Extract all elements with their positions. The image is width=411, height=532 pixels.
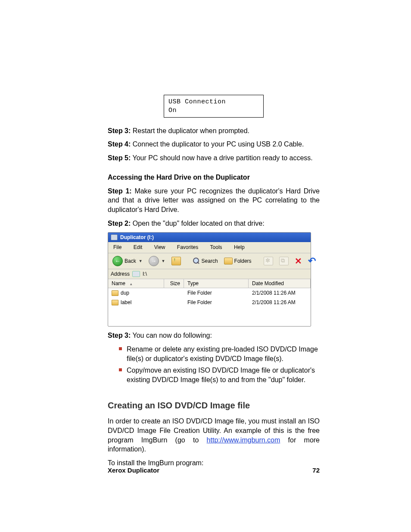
explorer-titlebar[interactable]: Duplicator (I:) [108,233,311,242]
drive-icon [132,271,140,277]
step-label: Step 1: [108,187,132,195]
address-label: Address [111,271,130,277]
explorer-menubar: File Edit View Favorites Tools Help [108,242,311,253]
menu-view[interactable]: View [149,243,171,252]
chevron-down-icon: ▼ [139,258,143,264]
explorer-addressbar: Address I:\ [108,269,311,279]
lcd-display: USB Connection On [164,95,264,118]
file-type: File Folder [184,289,249,297]
footer-title: Xerox Duplicator [108,467,159,474]
list-item: Rename or delete any existing pre-loaded… [127,345,320,363]
copy-to-icon [279,257,289,265]
step-3-restart: Step 3: Restart the duplicator when prom… [108,126,320,136]
access-step-1: Step 1: Make sure your PC recognizes the… [108,187,320,215]
forward-button[interactable]: → ▼ [147,255,167,267]
step-text: Your PC should now have a drive partitio… [133,154,313,162]
undo-icon: ↶ [308,257,316,265]
file-name: dup [121,289,129,296]
search-icon [193,258,200,264]
explorer-toolbar: ← Back ▼ → ▼ Search Folder [108,253,311,269]
table-row[interactable]: label File Folder 2/1/2008 11:26 AM [108,298,311,307]
back-label: Back [125,258,136,264]
window-title: Duplicator (I:) [120,234,154,241]
subheading-accessing-hd: Accessing the Hard Drive on the Duplicat… [108,173,320,182]
file-size [164,289,184,297]
folder-icon [112,300,118,305]
page-footer: Xerox Duplicator 72 [108,467,320,474]
search-label: Search [202,258,218,264]
move-to-button[interactable] [262,256,275,266]
step-text: Open the "dup" folder located on that dr… [133,220,265,227]
explorer-window: Duplicator (I:) File Edit View Favorites… [108,232,311,327]
up-folder-button[interactable] [170,256,183,266]
undo-button[interactable]: ↶ [306,256,318,266]
step-text: Make sure your PC recognizes the duplica… [108,187,320,213]
back-button[interactable]: ← Back ▼ [111,255,144,267]
up-folder-icon [171,257,181,265]
folders-button[interactable]: Folders [222,257,253,265]
file-name: label [121,299,131,306]
bullet-list: Rename or delete any existing pre-loaded… [108,345,320,384]
menu-help[interactable]: Help [229,243,250,252]
col-header-date[interactable]: Date Modified [249,279,311,288]
table-row[interactable]: dup File Folder 2/1/2008 11:26 AM [108,288,311,298]
step-label: Step 2: [108,220,131,227]
copy-to-button[interactable] [277,256,290,266]
explorer-column-headers: Name ▲ Size Type Date Modified [108,279,311,288]
sort-asc-icon: ▲ [129,282,133,286]
step-label: Step 3: [108,332,131,339]
col-name-label: Name [112,280,125,286]
file-date: 2/1/2008 11:26 AM [249,289,311,297]
imgburn-link[interactable]: http://www.imgburn.com [207,436,280,444]
step-label: Step 3: [108,127,131,134]
delete-button[interactable]: ✕ [293,256,304,266]
back-arrow-icon: ← [112,256,123,266]
file-type: File Folder [184,298,249,307]
folders-icon [224,258,233,264]
folders-label: Folders [234,258,252,264]
move-to-icon [264,257,273,265]
col-header-name[interactable]: Name ▲ [108,279,164,288]
step-label: Step 5: [108,154,131,162]
col-header-type[interactable]: Type [184,279,249,288]
step-text: Restart the duplicator when prompted. [133,127,249,134]
menu-favorites[interactable]: Favorites [172,243,203,252]
list-item: Copy/move an existing ISO DVD/CD Image f… [127,366,320,384]
menu-tools[interactable]: Tools [205,243,227,252]
delete-x-icon: ✕ [295,257,302,265]
file-size [164,298,184,307]
iso-intro-paragraph: In order to create an ISO DVD/CD Image f… [108,417,320,454]
access-step-3: Step 3: You can now do following: [108,331,320,340]
step-4-connect: Step 4: Connect the duplicator to your P… [108,140,320,149]
file-date: 2/1/2008 11:26 AM [249,298,311,307]
chevron-down-icon: ▼ [162,258,165,264]
address-value[interactable]: I:\ [143,271,147,277]
search-button[interactable]: Search [191,257,220,265]
lcd-line-1: USB Connection [168,98,259,106]
step-label: Step 4: [108,140,131,148]
heading-creating-iso: Creating an ISO DVD/CD Image file [108,400,320,411]
menu-edit[interactable]: Edit [128,243,148,252]
explorer-empty-area [108,307,311,326]
access-step-2: Step 2: Open the "dup" folder located on… [108,219,320,228]
col-header-size[interactable]: Size [164,279,184,288]
lcd-line-2: On [168,106,259,115]
step-text: Connect the duplicator to your PC using … [133,140,304,148]
step-5-partition: Step 5: Your PC should now have a drive … [108,153,320,163]
folder-icon [112,290,118,296]
footer-page-number: 72 [312,467,320,474]
forward-arrow-icon: → [149,256,159,266]
menu-file[interactable]: File [108,243,127,252]
step-text: You can now do following: [133,332,212,339]
drive-icon [111,234,118,240]
